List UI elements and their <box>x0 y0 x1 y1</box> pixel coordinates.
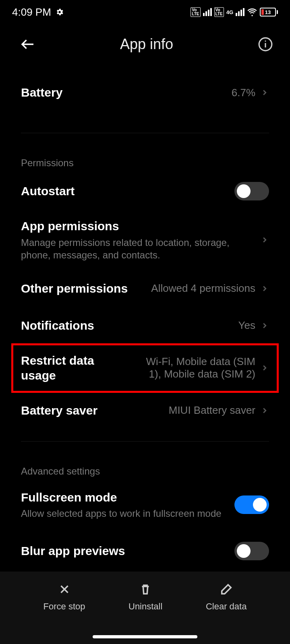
settings-icon <box>55 8 64 17</box>
close-icon <box>56 581 72 597</box>
chevron-right-icon <box>260 321 269 330</box>
row-battery[interactable]: Battery 6.7% <box>0 64 290 121</box>
content: Battery 6.7% Permissions Autostart App p… <box>0 64 290 566</box>
chevron-right-icon <box>260 406 269 415</box>
chevron-right-icon <box>260 88 269 97</box>
blur-toggle[interactable] <box>234 542 269 560</box>
fullscreen-label: Fullscreen mode <box>21 490 226 505</box>
status-right: VoLTE VoLTE 4G 13 <box>191 7 278 17</box>
other-permissions-label: Other permissions <box>21 281 143 296</box>
fullscreen-sub: Allow selected apps to work in fullscree… <box>21 507 226 520</box>
notifications-value: Yes <box>238 319 255 332</box>
row-app-permissions[interactable]: App permissions Manage permissions relat… <box>0 210 290 270</box>
battery-label: Battery <box>21 85 224 100</box>
home-indicator[interactable] <box>93 635 197 638</box>
other-permissions-value: Allowed 4 permissions <box>151 282 255 295</box>
status-left: 4:09 PM <box>12 6 64 19</box>
row-autostart[interactable]: Autostart <box>0 173 290 210</box>
restrict-data-value: Wi-Fi, Mobile data (SIM 1), Mobile data … <box>135 355 255 380</box>
network-4g-icon: 4G <box>226 9 233 15</box>
battery-percent: 13 <box>261 9 275 15</box>
clear-data-label: Clear data <box>206 601 247 612</box>
row-restrict-data-usage[interactable]: Restrict data usage Wi-Fi, Mobile data (… <box>12 344 278 392</box>
section-advanced: Advanced settings <box>0 454 290 481</box>
svg-point-2 <box>265 41 266 42</box>
notifications-label: Notifications <box>21 318 230 333</box>
signal2-icon <box>236 8 244 16</box>
battery-icon: 13 <box>260 8 278 17</box>
volte2-icon: VoLTE <box>214 7 224 17</box>
force-stop-button[interactable]: Force stop <box>44 581 85 612</box>
status-time: 4:09 PM <box>12 6 51 19</box>
autostart-toggle[interactable] <box>234 182 269 200</box>
row-notifications[interactable]: Notifications Yes <box>0 307 290 344</box>
app-bar: App info <box>0 24 290 64</box>
info-button[interactable] <box>257 36 274 53</box>
blur-label: Blur app previews <box>21 543 226 559</box>
bottom-action-bar: Force stop Uninstall Clear data <box>0 572 290 644</box>
volte1-icon: VoLTE <box>191 7 200 17</box>
row-other-permissions[interactable]: Other permissions Allowed 4 permissions <box>0 270 290 307</box>
battery-saver-value: MIUI Battery saver <box>169 404 255 417</box>
uninstall-button[interactable]: Uninstall <box>128 581 162 612</box>
app-permissions-label: App permissions <box>21 219 247 234</box>
row-battery-saver[interactable]: Battery saver MIUI Battery saver <box>0 392 290 429</box>
section-permissions: Permissions <box>0 145 290 173</box>
fullscreen-toggle[interactable] <box>234 495 269 514</box>
clear-data-button[interactable]: Clear data <box>206 581 247 612</box>
divider <box>21 133 269 133</box>
restrict-data-label: Restrict data usage <box>21 353 126 383</box>
battery-saver-label: Battery saver <box>21 403 161 418</box>
divider <box>21 441 269 442</box>
eraser-icon <box>218 581 234 597</box>
page-title: App info <box>120 36 173 53</box>
app-permissions-sub: Manage permissions related to location, … <box>21 236 247 261</box>
autostart-label: Autostart <box>21 184 226 199</box>
back-button[interactable] <box>19 36 36 53</box>
battery-value: 6.7% <box>232 87 255 99</box>
uninstall-label: Uninstall <box>128 601 162 612</box>
status-bar: 4:09 PM VoLTE VoLTE 4G 13 <box>0 0 290 24</box>
wifi-icon <box>247 7 257 17</box>
chevron-right-icon <box>260 363 269 372</box>
chevron-right-icon <box>260 284 269 293</box>
signal1-icon <box>203 8 212 16</box>
row-blur-previews[interactable]: Blur app previews <box>0 529 290 566</box>
row-fullscreen-mode[interactable]: Fullscreen mode Allow selected apps to w… <box>0 481 290 529</box>
force-stop-label: Force stop <box>44 601 85 612</box>
chevron-right-icon <box>260 235 269 244</box>
trash-icon <box>137 581 153 597</box>
